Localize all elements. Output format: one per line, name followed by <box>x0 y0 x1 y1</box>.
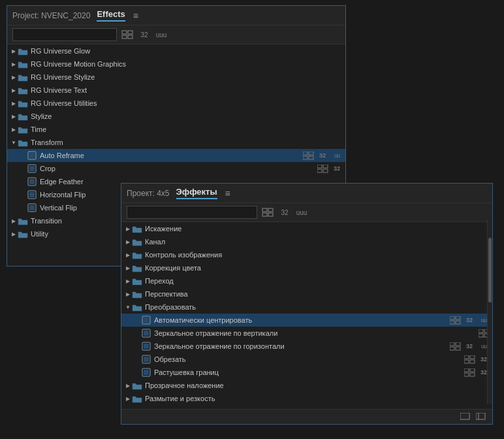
folder-arrow-closed[interactable] <box>10 125 18 134</box>
panel1-icon-uuu[interactable]: uuu <box>155 29 168 40</box>
item-icon-grid[interactable] <box>464 355 475 364</box>
tree-effect-item[interactable]: Зеркальное отражение по вертикали <box>121 327 492 340</box>
folder-arrow-closed[interactable] <box>124 250 132 259</box>
folder-arrow-closed[interactable] <box>124 407 132 409</box>
item-icon-num[interactable]: 32 <box>317 151 328 160</box>
panel2-icon-uuu[interactable]: uuu <box>295 207 308 218</box>
tree-folder-item[interactable]: Преобразовать <box>121 301 492 314</box>
svg-rect-5 <box>29 153 35 158</box>
svg-rect-29 <box>456 316 460 319</box>
panel2-icon-grid[interactable] <box>261 207 274 218</box>
tree-folder-item[interactable]: Стилизация <box>121 405 492 409</box>
svg-rect-43 <box>456 347 460 350</box>
svg-rect-17 <box>29 179 35 184</box>
folder-arrow-closed[interactable] <box>124 381 132 390</box>
panel1-search-input[interactable] <box>12 28 117 41</box>
svg-rect-28 <box>450 316 454 319</box>
folder-arrow-closed[interactable] <box>124 237 132 246</box>
svg-rect-42 <box>450 347 454 350</box>
item-icon-num[interactable]: 32 <box>331 164 343 173</box>
tree-folder-item[interactable]: Time <box>7 123 345 136</box>
svg-rect-46 <box>464 355 469 359</box>
tree-effect-item[interactable]: Зеркальное отражение по горизонтали 32uu <box>121 340 492 353</box>
panel1-icon-32[interactable]: 32 <box>138 29 151 40</box>
svg-rect-27 <box>144 317 149 323</box>
folder-icon <box>132 407 142 409</box>
svg-rect-49 <box>470 360 475 363</box>
tree-folder-item[interactable]: Transform <box>7 136 345 149</box>
tree-folder-item[interactable]: Переход <box>121 274 492 287</box>
svg-rect-2 <box>122 35 127 39</box>
item-action-icons: 32uu <box>449 316 490 325</box>
effect-icon <box>27 203 37 212</box>
svg-rect-25 <box>268 213 273 216</box>
folder-arrow-closed[interactable] <box>124 394 132 403</box>
tree-item-label: Перспектива <box>145 290 490 298</box>
tree-folder-item[interactable]: Размытие и резкость <box>121 392 492 405</box>
panel2-effects-tab[interactable]: Эффекты <box>176 187 217 199</box>
item-icon-num[interactable]: 32 <box>464 342 475 351</box>
panel2-menu-icon[interactable]: ≡ <box>225 188 230 199</box>
tree-effect-item[interactable]: Автоматически центрировать 32uu <box>121 314 492 327</box>
folder-arrow-closed[interactable] <box>10 229 18 238</box>
tree-folder-item[interactable]: Перспектива <box>121 287 492 301</box>
item-action-icons: 32 <box>317 164 343 173</box>
effect-icon <box>27 177 37 186</box>
tree-folder-item[interactable]: Stylize <box>7 110 345 123</box>
svg-rect-54 <box>464 373 469 376</box>
folder-arrow-closed[interactable] <box>10 59 18 69</box>
panel1-menu-icon[interactable]: ≡ <box>133 10 138 21</box>
svg-rect-39 <box>144 344 149 349</box>
svg-rect-31 <box>456 321 460 324</box>
tree-item-label: Контроль изображения <box>145 251 490 259</box>
panel2-footer-icon2[interactable] <box>475 412 487 421</box>
item-icon-num[interactable]: 32 <box>464 316 475 325</box>
folder-arrow-closed[interactable] <box>124 276 132 285</box>
tree-folder-item[interactable]: Коррекция цвета <box>121 261 492 274</box>
tree-folder-item[interactable]: Канал <box>121 235 492 248</box>
folder-arrow-closed[interactable] <box>10 216 18 225</box>
panel2-footer-icon1[interactable] <box>460 412 471 421</box>
folder-arrow-closed[interactable] <box>10 86 18 95</box>
tree-item-label: Искажение <box>145 225 490 233</box>
tree-folder-item[interactable]: Искажение <box>121 222 492 235</box>
folder-arrow-closed[interactable] <box>124 289 132 299</box>
tree-folder-item[interactable]: RG Universe Text <box>7 84 345 97</box>
svg-rect-56 <box>460 413 469 419</box>
item-icon-grid[interactable] <box>302 151 314 160</box>
folder-icon <box>132 250 142 259</box>
panel1-icon-grid[interactable] <box>121 29 134 40</box>
folder-arrow-open[interactable] <box>124 302 132 312</box>
item-icon-grid[interactable] <box>449 342 461 351</box>
tree-folder-item[interactable]: RG Universe Stylize <box>7 71 345 84</box>
item-icon-text[interactable]: uu <box>331 151 343 160</box>
vertical-scrollbar[interactable] <box>487 220 492 404</box>
tree-item-label: Stylize <box>31 112 343 120</box>
tree-folder-item[interactable]: Прозрачное наложение <box>121 379 492 392</box>
item-icon-grid[interactable] <box>317 164 328 173</box>
panel2-icon-32[interactable]: 32 <box>278 207 291 218</box>
tree-folder-item[interactable]: RG Universe Glow <box>7 44 345 57</box>
tree-effect-item[interactable]: Обрезать 32 <box>121 353 492 366</box>
item-icon-grid[interactable] <box>464 368 475 377</box>
item-icon-grid[interactable] <box>449 316 461 325</box>
tree-effect-item[interactable]: Auto Reframe 32uu <box>7 149 345 162</box>
folder-arrow-closed[interactable] <box>124 263 132 272</box>
folder-arrow-closed[interactable] <box>10 73 18 82</box>
tree-folder-item[interactable]: RG Universe Utilities <box>7 97 345 110</box>
tree-folder-item[interactable]: RG Universe Motion Graphics <box>7 57 345 71</box>
folder-arrow-open[interactable] <box>10 138 18 147</box>
tree-folder-item[interactable]: Контроль изображения <box>121 248 492 261</box>
tree-effect-item[interactable]: Crop 32 <box>7 162 345 175</box>
svg-rect-51 <box>144 370 149 375</box>
panel2-search-input[interactable] <box>127 206 257 219</box>
folder-arrow-closed[interactable] <box>10 99 18 108</box>
folder-arrow-closed[interactable] <box>10 112 18 121</box>
panel1-effects-tab[interactable]: Effects <box>97 9 125 22</box>
item-action-icons: 32uu <box>302 151 343 160</box>
tree-effect-item[interactable]: Растушевка границ 32 <box>121 366 492 379</box>
svg-rect-34 <box>479 329 483 333</box>
folder-arrow-closed[interactable] <box>124 224 132 233</box>
folder-arrow-closed[interactable] <box>10 46 18 56</box>
svg-rect-12 <box>317 165 322 168</box>
